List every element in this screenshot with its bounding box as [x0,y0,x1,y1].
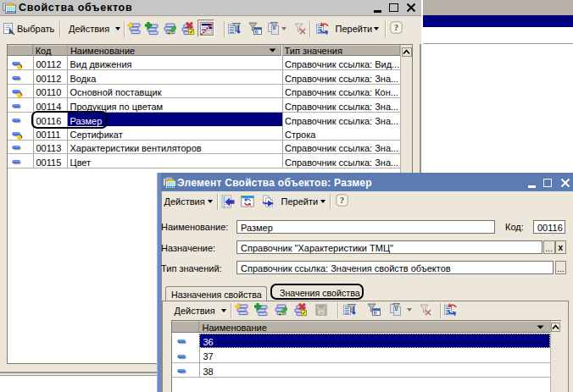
svg-text:?: ? [339,196,343,205]
svg-text:ок: ок [320,311,324,315]
svg-text:?: ? [394,23,398,32]
